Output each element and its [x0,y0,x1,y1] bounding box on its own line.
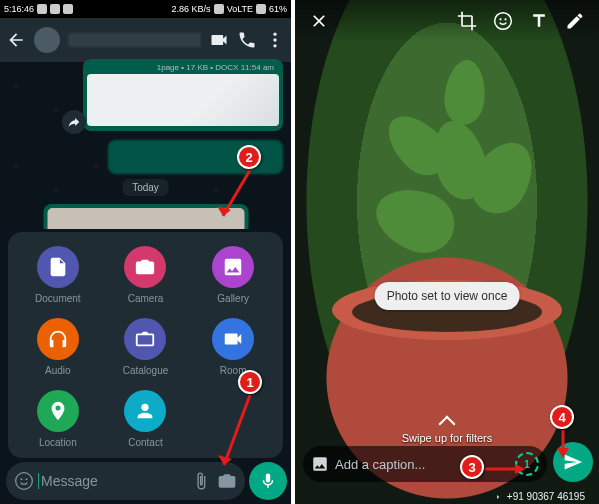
chat-header [0,18,291,62]
attachment-camera[interactable]: Camera [102,246,190,304]
document-thumbnail [87,74,279,126]
svg-point-2 [273,44,276,47]
catalogue-icon [134,328,156,350]
attachment-contact[interactable]: Contact [102,390,190,448]
svg-marker-9 [218,455,232,465]
view-once-toast: Photo set to view once [375,282,520,310]
status-app-icon [63,4,73,14]
camera-icon [134,256,156,278]
forward-badge[interactable] [62,110,86,134]
draw-button[interactable] [561,7,589,35]
status-time: 5:16:46 [4,4,34,14]
svg-point-1 [273,38,276,41]
svg-point-12 [504,18,506,20]
svg-point-4 [21,478,23,480]
attachment-catalogue[interactable]: Catalogue [102,318,190,376]
annotation-badge-1: 1 [238,370,262,394]
whatsapp-image-preview-screen: Photo set to view once Swipe up for filt… [295,0,599,504]
svg-point-11 [499,18,501,20]
svg-line-8 [224,395,250,465]
attach-button[interactable] [189,469,213,493]
status-net-speed: 2.86 KB/s [172,4,211,14]
status-signal-icon [256,4,266,14]
status-battery: 61% [269,4,287,14]
location-icon [47,400,69,422]
back-button[interactable] [6,30,26,50]
annotation-badge-4: 4 [550,405,574,429]
attachment-location[interactable]: Location [14,390,102,448]
svg-point-5 [26,478,28,480]
video-call-button[interactable] [209,30,229,50]
attachment-label: Contact [128,437,162,448]
more-options-button[interactable] [265,30,285,50]
android-status-bar: 5:16:46 2.86 KB/s VoLTE 61% [0,0,291,18]
room-icon [222,328,244,350]
attachment-document[interactable]: Document [14,246,102,304]
close-preview-button[interactable] [305,7,333,35]
attachment-gallery[interactable]: Gallery [189,246,277,304]
attachment-label: Document [35,293,81,304]
annotation-badge-3: 3 [460,455,484,479]
emoji-button[interactable] [12,469,36,493]
recipient-number: +91 90367 46195 [507,491,585,502]
preview-toolbar [295,0,599,42]
sticker-button[interactable] [489,7,517,35]
message-input[interactable]: Message [38,473,187,489]
svg-point-3 [16,473,33,490]
attachment-audio[interactable]: Audio [14,318,102,376]
attachment-room[interactable]: Room [189,318,277,376]
document-icon [47,256,69,278]
svg-marker-14 [557,448,569,458]
headphones-icon [47,328,69,350]
svg-point-10 [495,13,512,30]
status-app-icon [50,4,60,14]
status-volte: VoLTE [227,4,253,14]
date-separator: Today [122,179,169,196]
recipient-chip[interactable]: +91 90367 46195 [493,491,585,502]
svg-point-0 [273,33,276,36]
status-app-icon [37,4,47,14]
contact-name[interactable] [68,33,201,47]
voice-call-button[interactable] [237,30,257,50]
crop-button[interactable] [453,7,481,35]
status-signal-icon [214,4,224,14]
document-message-bubble[interactable]: 1page • 17 KB • DOCX 11:54 am [83,59,283,131]
whatsapp-chat-screen: 5:16:46 2.86 KB/s VoLTE 61% 1page • 17 K… [0,0,295,504]
svg-marker-16 [515,464,525,474]
gallery-icon [222,256,244,278]
document-meta: 1page • 17 KB • DOCX 11:54 am [87,63,279,72]
annotation-badge-2: 2 [237,145,261,169]
contact-avatar[interactable] [34,27,60,53]
attachment-label: Catalogue [123,365,169,376]
add-photo-button[interactable] [311,455,329,473]
attachment-label: Audio [45,365,71,376]
text-button[interactable] [525,7,553,35]
attachment-label: Location [39,437,77,448]
attachment-label: Gallery [217,293,249,304]
message-input-bar: Message [6,462,245,500]
contact-icon [134,400,156,422]
attachment-label: Camera [128,293,164,304]
